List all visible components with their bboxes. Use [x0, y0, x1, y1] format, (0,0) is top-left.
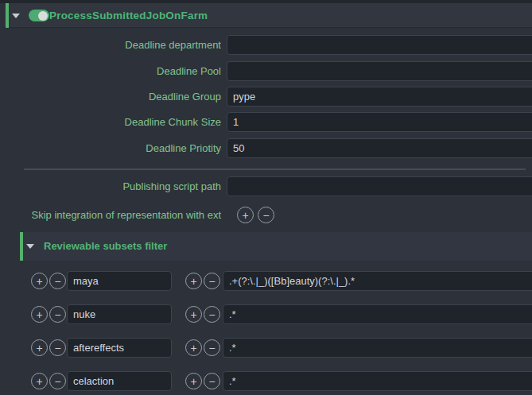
plus-icon: +: [190, 374, 196, 389]
skip-integration-add-button[interactable]: +: [237, 207, 254, 223]
row-aftereffects-key-remove-button[interactable]: −: [49, 339, 66, 356]
reviewable-section-accent-bar: [20, 232, 23, 261]
row-celaction-value-add-button[interactable]: +: [185, 373, 202, 389]
collapse-arrow-icon[interactable]: [12, 14, 20, 18]
reviewable-section-title: Reviewable subsets filter: [44, 232, 167, 261]
plus-icon: +: [36, 308, 42, 322]
deadline-group-input[interactable]: [227, 87, 532, 106]
plugin-title: ProcessSubmittedJobOnFarm: [49, 3, 208, 28]
row-aftereffects-value-input[interactable]: [223, 338, 532, 358]
row-maya-value-add-button[interactable]: +: [185, 273, 202, 289]
row-celaction-value-input[interactable]: [223, 371, 532, 391]
field-label-deadline-department: Deadline department: [0, 35, 221, 55]
deadline-chunk-size-input[interactable]: [227, 112, 532, 132]
toggle-knob-icon: [38, 11, 48, 21]
row-nuke-value-input[interactable]: [223, 304, 532, 324]
deadline-priority-input[interactable]: [227, 138, 532, 158]
row-maya-key-add-button[interactable]: +: [31, 273, 48, 289]
plugin-header-accent-bar: [6, 3, 9, 28]
row-celaction-key-add-button[interactable]: +: [31, 373, 48, 389]
plus-icon: +: [36, 374, 42, 389]
minus-icon: −: [208, 341, 215, 355]
section-collapse-arrow-icon[interactable]: [26, 244, 34, 249]
minus-icon: −: [208, 274, 215, 289]
field-label-skip-integration: Skip integration of representation with …: [0, 205, 221, 225]
row-maya-key-input[interactable]: [67, 271, 172, 291]
plus-icon: +: [36, 341, 42, 355]
field-label-deadline-chunk-size: Deadline Chunk Size: [0, 112, 221, 132]
row-maya-key-remove-button[interactable]: −: [49, 273, 66, 289]
field-label-publishing-script-path: Publishing script path: [0, 176, 221, 196]
plus-icon: +: [190, 341, 196, 355]
row-celaction-key-input[interactable]: [67, 371, 172, 391]
row-celaction-key-remove-button[interactable]: −: [49, 373, 66, 389]
row-aftereffects-key-add-button[interactable]: +: [31, 339, 48, 356]
minus-icon: −: [208, 308, 215, 322]
row-maya-value-input[interactable]: [223, 271, 532, 291]
minus-icon: −: [54, 274, 60, 289]
plus-icon: +: [36, 274, 42, 289]
row-maya-value-remove-button[interactable]: −: [204, 273, 220, 289]
plugin-enabled-toggle[interactable]: [29, 10, 49, 21]
plus-icon: +: [190, 274, 196, 289]
plus-icon: +: [190, 308, 196, 322]
minus-icon: −: [208, 374, 215, 389]
field-label-deadline-group: Deadline Group: [0, 87, 221, 106]
minus-icon: −: [54, 308, 60, 322]
settings-panel: ProcessSubmittedJobOnFarm Deadline depar…: [0, 0, 532, 395]
minus-icon: −: [54, 374, 60, 389]
publishing-script-path-input[interactable]: [227, 176, 532, 196]
row-celaction-value-remove-button[interactable]: −: [204, 373, 220, 389]
deadline-pool-input[interactable]: [227, 61, 532, 81]
row-nuke-key-add-button[interactable]: +: [31, 306, 48, 323]
row-nuke-key-remove-button[interactable]: −: [49, 306, 66, 323]
deadline-department-input[interactable]: [227, 35, 532, 55]
row-aftereffects-value-remove-button[interactable]: −: [204, 339, 220, 356]
field-label-deadline-pool: Deadline Pool: [0, 61, 221, 81]
plus-icon: +: [242, 208, 248, 223]
minus-icon: −: [262, 208, 269, 223]
separator: [24, 168, 526, 170]
field-label-deadline-priority: Deadline Priotity: [0, 138, 221, 158]
row-nuke-value-add-button[interactable]: +: [185, 306, 202, 323]
row-nuke-value-remove-button[interactable]: −: [204, 306, 220, 323]
skip-integration-remove-button[interactable]: −: [258, 207, 274, 223]
row-aftereffects-value-add-button[interactable]: +: [185, 339, 202, 356]
minus-icon: −: [54, 341, 60, 355]
row-aftereffects-key-input[interactable]: [67, 338, 172, 358]
row-nuke-key-input[interactable]: [67, 304, 172, 324]
